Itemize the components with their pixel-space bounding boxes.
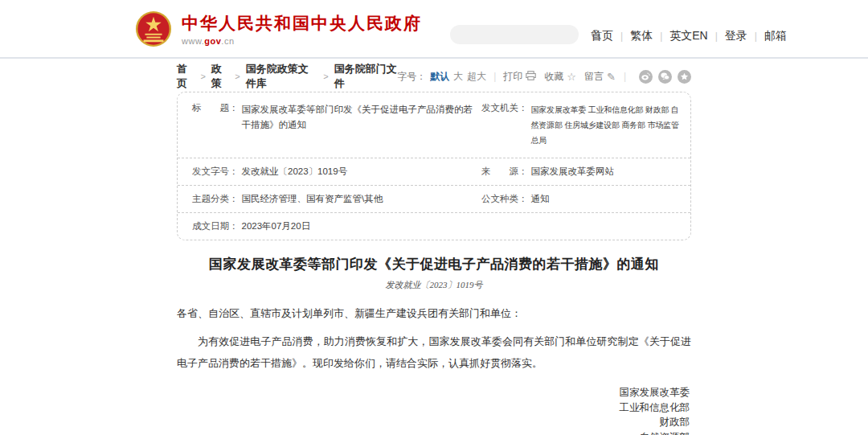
breadcrumb-item-policy[interactable]: 政策 xyxy=(211,62,229,91)
wechat-icon xyxy=(661,72,669,80)
meta-value-source: 国家发展改革委网站 xyxy=(531,166,615,178)
breadcrumb-item-department-docs[interactable]: 国务院部门文件 xyxy=(334,62,397,91)
weibo-icon xyxy=(641,72,650,80)
meta-value-doc-number: 发改就业〔2023〕1019号 xyxy=(242,166,348,178)
meta-row-date: 成文日期： 2023年07月20日 xyxy=(178,213,690,240)
meta-cell-agency: 发文机关： 国家发展改革委 工业和信息化部 财政部 自然资源部 住房城乡建设部 … xyxy=(481,102,681,148)
chevron-separator: > xyxy=(323,72,328,81)
site-brand[interactable]: 中华人民共和国中央人民政府 www.gov.cn xyxy=(135,10,422,47)
search-box[interactable] xyxy=(450,25,579,44)
meta-label-doc-number: 发文字号： xyxy=(192,166,239,178)
nav-separator: | xyxy=(620,31,623,42)
document-page: 首页 > 政策 > 国务院政策文件库 > 国务院部门文件 字号： 默认 大 超大… xyxy=(177,69,691,435)
site-header: 中华人民共和国中央人民政府 www.gov.cn 首页 | 繁体 | 英文EN … xyxy=(0,0,868,59)
nav-separator: | xyxy=(715,31,718,42)
meta-cell-title: 标 题： 国家发展改革委等部门印发《关于促进电子产品消费的若干措施》的通知 xyxy=(192,102,481,148)
nav-link-mail[interactable]: 邮箱 xyxy=(764,29,787,43)
site-url: www.gov.cn xyxy=(182,36,422,46)
font-size-option-default[interactable]: 默认 xyxy=(430,70,449,84)
nav-link-english[interactable]: 英文EN xyxy=(669,29,707,43)
toolbar-row: 首页 > 政策 > 国务院政策文件库 > 国务院部门文件 字号： 默认 大 超大… xyxy=(177,69,691,84)
article-doc-number: 发改就业〔2023〕1019号 xyxy=(177,279,691,291)
toolbar-separator: | xyxy=(493,71,496,82)
share-wechat-button[interactable] xyxy=(658,70,672,84)
meta-value-doc-type: 通知 xyxy=(531,193,550,205)
nav-link-traditional[interactable]: 繁体 xyxy=(630,29,653,43)
comment-button[interactable]: 留言 ✎ xyxy=(584,70,616,84)
article-salutation: 各省、自治区、直辖市及计划单列市、新疆生产建设兵团有关部门和单位： xyxy=(177,304,691,323)
star-icon: ☆ xyxy=(567,71,576,83)
share-weibo-button[interactable] xyxy=(639,70,653,84)
meta-row-category-type: 主题分类： 国民经济管理、国有资产监管\其他 公文种类： 通知 xyxy=(178,186,690,213)
breadcrumb: 首页 > 政策 > 国务院政策文件库 > 国务院部门文件 xyxy=(177,62,397,91)
site-title: 中华人民共和国中央人民政府 xyxy=(182,12,422,35)
pencil-icon: ✎ xyxy=(607,71,616,83)
print-button[interactable]: 打印 xyxy=(503,70,536,84)
meta-value-title: 国家发展改革委等部门印发《关于促进电子产品消费的若干措施》的通知 xyxy=(242,102,482,148)
signature-item: 财政部 xyxy=(177,415,690,430)
meta-row-title-agency: 标 题： 国家发展改革委等部门印发《关于促进电子产品消费的若干措施》的通知 发文… xyxy=(178,92,690,158)
meta-label-title: 标 题： xyxy=(192,102,239,148)
meta-cell-category: 主题分类： 国民经济管理、国有资产监管\其他 xyxy=(192,193,481,205)
nav-separator: | xyxy=(755,31,757,42)
font-size-label: 字号： xyxy=(397,70,426,84)
article-title: 国家发展改革委等部门印发《关于促进电子产品消费的若干措施》的通知 xyxy=(177,255,691,273)
meta-cell-doc-number: 发文字号： 发改就业〔2023〕1019号 xyxy=(192,166,481,178)
qzone-star-icon xyxy=(680,72,689,81)
toolbar-separator: | xyxy=(624,71,626,82)
meta-label-date: 成文日期： xyxy=(192,220,239,232)
font-size-option-xlarge[interactable]: 超大 xyxy=(467,70,486,84)
share-qzone-button[interactable] xyxy=(678,70,691,84)
breadcrumb-item-home[interactable]: 首页 xyxy=(177,62,194,91)
meta-value-agency: 国家发展改革委 工业和信息化部 财政部 自然资源部 住房城乡建设部 商务部 市场… xyxy=(531,102,682,148)
meta-cell-doc-type: 公文种类： 通知 xyxy=(481,193,681,205)
signature-item: 国家发展改革委 xyxy=(177,385,690,400)
meta-label-source: 来 源： xyxy=(481,166,528,178)
meta-cell-date: 成文日期： 2023年07月20日 xyxy=(192,220,481,232)
font-size-option-large[interactable]: 大 xyxy=(453,70,463,84)
meta-cell-source: 来 源： 国家发展改革委网站 xyxy=(481,166,681,178)
search-input[interactable] xyxy=(450,29,591,40)
meta-value-category: 国民经济管理、国有资产监管\其他 xyxy=(242,193,383,205)
signature-item: 工业和信息化部 xyxy=(177,400,690,416)
nav-separator: | xyxy=(660,31,662,42)
article-paragraph: 为有效促进电子产品消费，助力消费恢复和扩大，国家发展改革委会同有关部门和单位研究… xyxy=(177,330,691,374)
breadcrumb-item-library[interactable]: 国务院政策文件库 xyxy=(246,62,318,91)
signature-item: 自然资源部 xyxy=(177,430,690,435)
chevron-separator: > xyxy=(235,72,240,81)
meta-row-number-source: 发文字号： 发改就业〔2023〕1019号 来 源： 国家发展改革委网站 xyxy=(178,158,690,186)
favorite-button[interactable]: 收藏 ☆ xyxy=(544,70,576,84)
signature-list: 国家发展改革委 工业和信息化部 财政部 自然资源部 住房城乡建设部 商务部 市场… xyxy=(177,385,691,435)
doc-meta-table: 标 题： 国家发展改革委等部门印发《关于促进电子产品消费的若干措施》的通知 发文… xyxy=(177,92,691,240)
nav-link-login[interactable]: 登录 xyxy=(725,29,747,43)
meta-label-category: 主题分类： xyxy=(192,193,239,205)
chevron-separator: > xyxy=(200,72,205,81)
printer-icon xyxy=(526,71,536,83)
top-nav: 首页 | 繁体 | 英文EN | 登录 | 邮箱 xyxy=(591,29,787,43)
page-tools: 字号： 默认 大 超大 | 打印 收藏 ☆ 留言 ✎ | xyxy=(397,70,691,84)
national-emblem-icon xyxy=(135,10,172,47)
nav-link-home[interactable]: 首页 xyxy=(591,29,613,43)
meta-label-agency: 发文机关： xyxy=(481,102,528,148)
meta-value-date: 2023年07月20日 xyxy=(242,220,311,232)
meta-label-doc-type: 公文种类： xyxy=(481,193,528,205)
